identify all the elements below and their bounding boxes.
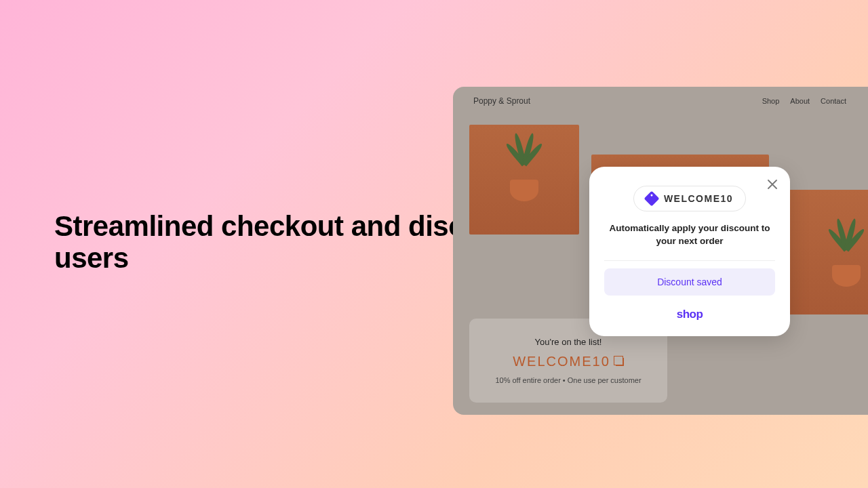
- shop-logo: shop: [677, 308, 703, 321]
- popup-message: Automatically apply your discount to you…: [604, 222, 775, 248]
- product-image: [785, 190, 868, 314]
- nav-contact[interactable]: Contact: [821, 97, 846, 105]
- promo-title: You're on the list!: [535, 337, 602, 347]
- promo-code-row: WELCOME10: [513, 354, 624, 369]
- discount-code-pill: WELCOME10: [633, 186, 746, 211]
- promo-code-text: WELCOME10: [513, 354, 610, 369]
- tag-icon: [644, 191, 660, 207]
- store-nav: Shop About Contact: [762, 97, 846, 105]
- discount-popup: WELCOME10 Automatically apply your disco…: [589, 167, 790, 336]
- copy-icon[interactable]: [616, 358, 624, 366]
- store-brand: Poppy & Sprout: [473, 96, 530, 106]
- discount-code-text: WELCOME10: [664, 193, 733, 204]
- nav-shop[interactable]: Shop: [762, 97, 780, 105]
- store-header: Poppy & Sprout Shop About Contact: [453, 87, 868, 115]
- promo-subtext: 10% off entire order • One use per custo…: [495, 376, 641, 384]
- discount-saved-button[interactable]: Discount saved: [604, 268, 775, 296]
- close-icon[interactable]: [766, 178, 779, 191]
- nav-about[interactable]: About: [790, 97, 810, 105]
- product-image: [469, 125, 579, 235]
